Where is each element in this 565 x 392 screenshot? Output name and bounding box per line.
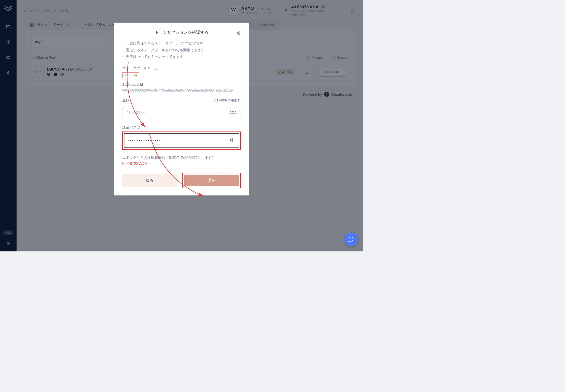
password-label: 送金パスワード <box>122 125 241 130</box>
show-password-icon[interactable] <box>230 138 235 144</box>
modal-back-button[interactable]: 戻る <box>122 174 177 187</box>
svg-point-1 <box>8 41 9 43</box>
svg-rect-0 <box>6 25 10 28</box>
amount-unit: ADA <box>229 111 237 115</box>
bullet-one-pool: 一度に委任できるステークプールは1つだけです <box>122 40 241 47</box>
password-annotation-box: ••••••••••••••••••• <box>122 131 241 150</box>
app-logo-icon[interactable] <box>3 3 13 13</box>
faq-pill[interactable]: FAQ <box>3 230 13 235</box>
close-icon[interactable]: ✕ <box>236 30 241 37</box>
modal-delegate-button[interactable]: 委任 <box>184 175 239 186</box>
wallet-nav-icon[interactable] <box>3 22 13 31</box>
confirm-transaction-modal: トランザクションを確認する ✕ 一度に委任できるステークプールは1つだけです 委… <box>114 23 249 195</box>
chat-bubble-icon[interactable] <box>344 233 358 246</box>
modal-bullets: 一度に委任できるステークプールは1つだけです 委任するステークプールをいつでも変… <box>122 40 241 60</box>
sidebar: FAQ <box>0 0 17 251</box>
pool-id-label: Stake pool id <box>122 82 241 87</box>
svg-point-22 <box>232 139 233 141</box>
bullet-cancel-anytime: 委任はいつでもキャンセルできます <box>122 53 241 60</box>
reward-value: 0.028722 ADA <box>122 161 241 166</box>
bullet-change-anytime: 委任するステークプールをいつでも変更できます <box>122 47 241 54</box>
pool-name-value: AKYO🍜 <box>122 73 139 78</box>
amount-label: 金額 <box>122 98 129 103</box>
fee-text: +2.174301の手数料 <box>212 98 241 103</box>
rocket-nav-icon[interactable] <box>3 68 13 78</box>
sidebar-collapse-icon[interactable] <box>6 241 11 247</box>
hardware-wallet-nav-icon[interactable] <box>3 52 13 62</box>
svg-rect-2 <box>7 57 10 59</box>
pool-id-value: 940d6893606290dc6b7705a8aa56a857793a8ae0… <box>122 88 241 92</box>
settings-nav-icon[interactable] <box>3 37 13 47</box>
delegate-annotation-box: 委任 <box>182 173 241 188</box>
password-input[interactable]: ••••••••••••••••••• <box>124 133 239 148</box>
pool-name-label: ステークプールネーム <box>122 66 241 71</box>
amount-value: 41.419479 <box>126 110 145 115</box>
reward-label: エポックごとの獲得報酬額（現時点での見積額とします）: <box>122 155 241 160</box>
modal-title: トランザクションを確認する <box>155 30 209 35</box>
password-value: ••••••••••••••••••• <box>128 139 162 142</box>
amount-input[interactable]: 41.419479 ADA <box>122 107 241 118</box>
